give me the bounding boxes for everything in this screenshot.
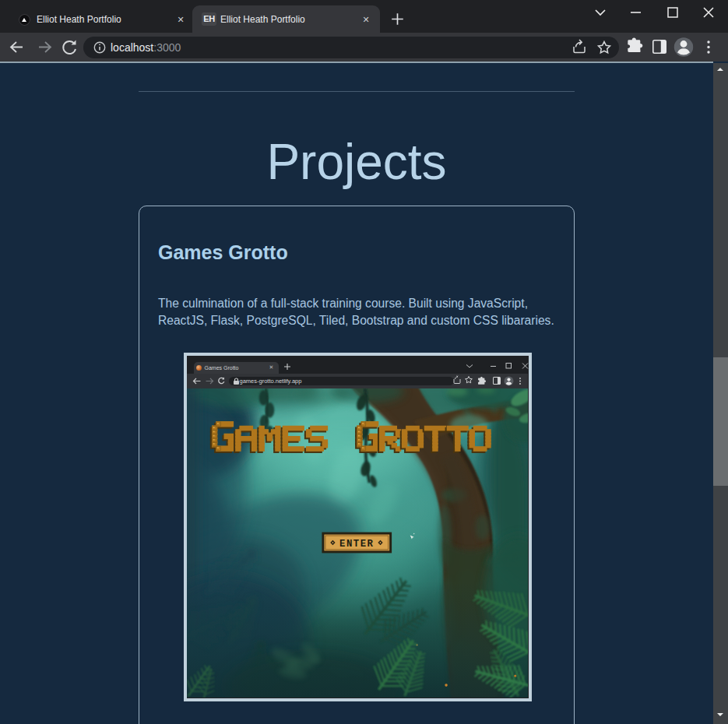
svg-text:ENTER: ENTER <box>339 539 374 550</box>
